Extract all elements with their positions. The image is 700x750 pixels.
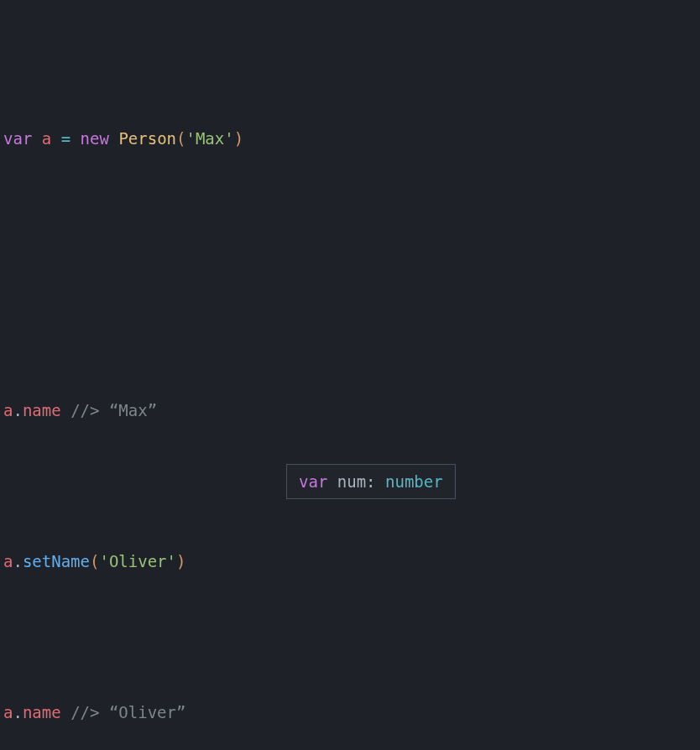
variable-a: a	[3, 703, 13, 721]
tooltip-colon: :	[366, 472, 375, 491]
comment: //> “Max”	[71, 401, 157, 419]
variable-a: a	[3, 552, 13, 570]
tooltip-identifier: num	[337, 472, 366, 491]
code-line: var a = new Person('Max')	[3, 123, 700, 154]
variable-a: a	[42, 129, 51, 148]
prop-name: name	[23, 401, 61, 419]
code-line: a.name //> “Oliver”	[3, 697, 700, 727]
comment: //> “Oliver”	[71, 703, 185, 721]
tooltip-keyword: var	[299, 472, 327, 491]
string-max: 'Max'	[185, 129, 233, 148]
dot: .	[13, 703, 22, 721]
paren-close: )	[234, 129, 243, 148]
code-line: a.name //> “Max”	[3, 395, 700, 425]
dot: .	[13, 552, 22, 570]
code-editor[interactable]: var a = new Person('Max') a.name //> “Ma…	[0, 0, 700, 750]
keyword-new: new	[81, 129, 109, 148]
tooltip-type: number	[385, 472, 443, 491]
keyword-var: var	[3, 129, 32, 148]
paren-close: )	[176, 552, 185, 570]
code-line: a.setName('Oliver')	[3, 546, 700, 576]
string-oliver: 'Oliver'	[99, 552, 176, 570]
paren-open: (	[90, 552, 99, 570]
method-setname: setName	[23, 552, 90, 570]
dot: .	[13, 401, 22, 419]
paren-open: (	[176, 129, 185, 148]
blank-line	[3, 244, 700, 274]
operator-eq: =	[61, 129, 71, 148]
type-hover-tooltip: var num: number	[286, 464, 456, 499]
variable-a: a	[3, 401, 13, 419]
prop-name: name	[23, 703, 61, 721]
class-person: Person	[118, 129, 176, 148]
